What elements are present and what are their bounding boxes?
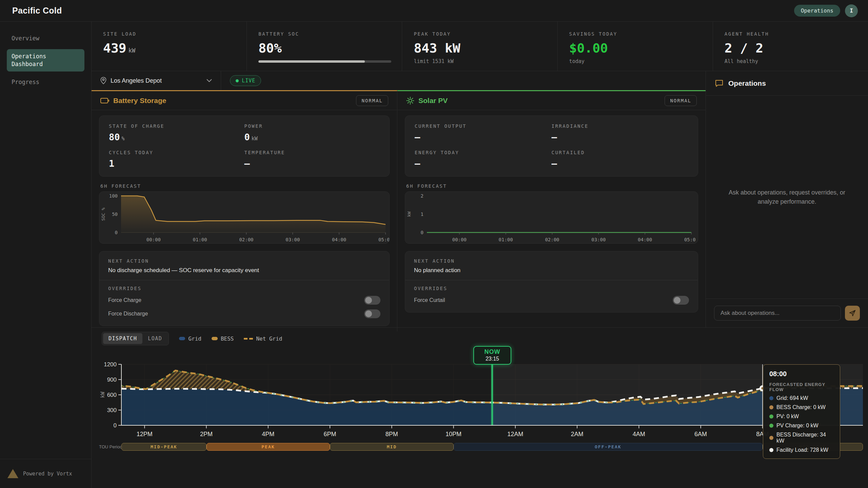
- stat-state-of-charge: STATE OF CHARGE 80%: [109, 123, 244, 142]
- tooltip-row: BESS Charge: 0 kW: [769, 404, 834, 410]
- svg-text:01:00: 01:00: [499, 237, 513, 242]
- status-badge: NORMAL: [665, 95, 697, 106]
- dispatch-section: DISPATCH LOAD Grid BESS Net Grid: [92, 327, 868, 488]
- svg-text:0: 0: [421, 230, 423, 235]
- overrides-label: OVERRIDES: [414, 286, 689, 291]
- app-title: Pacific Cold: [12, 6, 62, 16]
- live-label: LIVE: [242, 78, 255, 84]
- svg-text:1: 1: [421, 211, 423, 217]
- card-title: Battery Storage: [113, 97, 166, 105]
- force-curtail-toggle[interactable]: [673, 296, 689, 305]
- solar-forecast-svg: 012 00:00 01:00 02:00 03:00 04:00 05:00k…: [405, 192, 695, 243]
- battery-forecast-svg: 050100 00:00 01:00 02:00 03:00 04:00 05:…: [99, 192, 390, 243]
- kpi-agent-health: AGENT HEALTH 2 / 2 All healthy: [713, 22, 868, 71]
- kpi-sub: today: [569, 58, 713, 64]
- divider: [221, 71, 221, 90]
- svg-text:0: 0: [115, 230, 118, 235]
- tou-bar: MID-PEAK PEAK MID OFF-PEAK MID-PEAK: [121, 443, 863, 451]
- svg-text:01:00: 01:00: [193, 237, 207, 242]
- sidebar-item-progress[interactable]: Progress: [7, 75, 84, 89]
- svg-text:kW: kW: [100, 391, 106, 398]
- site-name: Los Angeles Depot: [111, 77, 162, 84]
- svg-text:12PM: 12PM: [137, 431, 153, 438]
- chart-legend: Grid BESS Net Grid: [179, 336, 282, 342]
- kpi-value: 80%: [258, 41, 402, 56]
- kpi-label: SAVINGS TODAY: [569, 31, 713, 37]
- svg-text:05:00: 05:00: [378, 237, 390, 242]
- svg-text:SOC %: SOC %: [101, 207, 106, 221]
- solar-pv-card: Solar PV NORMAL CURRENT OUTPUT — IRRADIA: [397, 90, 706, 331]
- role-badge[interactable]: Operations: [794, 5, 840, 17]
- vortx-logo-icon: [7, 469, 18, 478]
- sidebar-item-overview[interactable]: Overview: [7, 31, 84, 46]
- tou-periods-row: TOU Periods MID-PEAK PEAK MID OFF-PEAK M…: [98, 443, 865, 451]
- grid-dot-icon: [769, 396, 773, 400]
- tab-dispatch[interactable]: DISPATCH: [103, 333, 142, 344]
- overrides-label: OVERRIDES: [108, 286, 380, 291]
- override-label-force-charge: Force Charge: [108, 297, 141, 303]
- sidebar-item-operations-dashboard[interactable]: Operations Dashboard: [7, 49, 84, 72]
- app-header: Pacific Cold Operations I: [0, 0, 868, 22]
- svg-text:2PM: 2PM: [200, 431, 213, 438]
- chevron-down-icon: [206, 79, 212, 82]
- site-selector-dropdown[interactable]: Los Angeles Depot: [100, 77, 221, 84]
- legend-grid[interactable]: Grid: [179, 336, 201, 342]
- svg-text:300: 300: [107, 407, 117, 413]
- tab-load[interactable]: LOAD: [142, 333, 167, 344]
- override-label-force-discharge: Force Discharge: [108, 311, 148, 317]
- pv-charge-dot-icon: [769, 424, 773, 428]
- tou-segment-mid: MID: [330, 443, 454, 451]
- force-charge-toggle[interactable]: [364, 296, 380, 305]
- live-badge: LIVE: [230, 75, 261, 86]
- svg-text:03:00: 03:00: [285, 237, 300, 242]
- stat-curtailed: CURTAILED —: [552, 150, 689, 169]
- kpi-row: SITE LOAD 439kW BATTERY SOC 80% PEAK TOD…: [92, 22, 868, 71]
- battery-storage-card: Battery Storage NORMAL STATE OF CHARGE 8…: [92, 90, 397, 331]
- net-grid-dash-icon: [244, 338, 253, 340]
- svg-text:100: 100: [109, 193, 118, 199]
- kpi-savings-today: SAVINGS TODAY $0.00 today: [558, 22, 713, 71]
- now-time: 23:15: [474, 356, 511, 362]
- kpi-label: AGENT HEALTH: [725, 31, 868, 37]
- next-action-label: NEXT ACTION: [414, 258, 689, 264]
- svg-text:04:00: 04:00: [332, 237, 346, 242]
- live-dot-icon: [236, 79, 239, 82]
- svg-text:00:00: 00:00: [452, 237, 467, 242]
- override-label-force-curtail: Force Curtail: [414, 297, 445, 303]
- chart-tooltip: 08:00 FORECASTED ENERGY FLOW Grid: 694 k…: [763, 364, 840, 459]
- svg-text:kW: kW: [407, 211, 412, 217]
- svg-text:600: 600: [107, 392, 117, 398]
- kpi-label: SITE LOAD: [103, 31, 246, 37]
- force-discharge-toggle[interactable]: [364, 309, 380, 318]
- battery-icon: [100, 98, 109, 103]
- facility-load-dot-icon: [769, 448, 773, 452]
- sun-icon: [406, 97, 414, 105]
- soc-progress-fill: [258, 60, 365, 63]
- kpi-label: BATTERY SOC: [258, 31, 402, 37]
- stat-current-output: CURRENT OUTPUT —: [415, 123, 552, 142]
- powered-by-label: Powered by Vortx: [23, 471, 72, 477]
- legend-bess[interactable]: BESS: [212, 336, 234, 342]
- grid-swatch-icon: [179, 337, 185, 340]
- forecast-label: 6H FORECAST: [100, 183, 390, 189]
- kpi-sub: limit 1531 kW: [414, 58, 557, 64]
- forecast-label: 6H FORECAST: [406, 183, 698, 189]
- send-button[interactable]: [845, 306, 860, 321]
- card-title: Solar PV: [418, 97, 448, 105]
- stat-power: POWER 0kW: [244, 123, 380, 142]
- avatar[interactable]: I: [845, 4, 858, 17]
- svg-text:0: 0: [114, 422, 117, 429]
- battery-action-panel: NEXT ACTION No discharge scheduled — SOC…: [99, 251, 390, 326]
- kpi-sub: All healthy: [725, 58, 868, 64]
- svg-text:4AM: 4AM: [633, 431, 645, 438]
- svg-text:04:00: 04:00: [638, 237, 652, 242]
- kpi-value: 2 / 2: [725, 41, 868, 56]
- svg-text:05:00: 05:00: [684, 237, 695, 242]
- svg-text:2AM: 2AM: [571, 431, 584, 438]
- svg-text:6AM: 6AM: [694, 431, 707, 438]
- kpi-battery-soc: BATTERY SOC 80%: [247, 22, 402, 71]
- next-action-label: NEXT ACTION: [108, 258, 380, 264]
- ops-chat-input[interactable]: [714, 306, 841, 321]
- legend-net-grid[interactable]: Net Grid: [244, 336, 282, 342]
- sidebar: Overview Operations Dashboard Progress P…: [0, 22, 92, 488]
